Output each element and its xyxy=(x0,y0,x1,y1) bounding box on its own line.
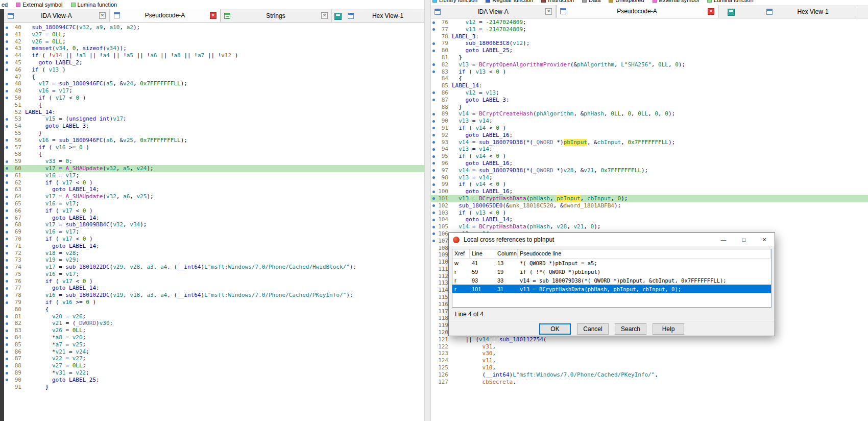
code-line[interactable]: 74 v17 = sub_1801022DC(v29, v28, a3, a4,… xyxy=(4,264,424,271)
code-line[interactable]: 123 v30, xyxy=(431,350,868,357)
code-line[interactable]: 101 v13 = BCryptHashData(phHash, pbInput… xyxy=(431,195,868,202)
code-line[interactable]: 54 goto LABEL_3; xyxy=(4,123,424,130)
code-line[interactable]: 103 if ( v13 < 0 ) xyxy=(431,209,868,217)
code-line[interactable]: 87 v22 = v27; xyxy=(4,355,424,362)
code-line[interactable]: 76 v12 = -2147024809; xyxy=(431,19,868,26)
tab-close-icon[interactable]: ✕ xyxy=(99,12,106,19)
code-line[interactable]: 88 v27 = 0LL; xyxy=(4,362,424,369)
tab-strings[interactable]: Strings✕ xyxy=(221,9,332,22)
code-line[interactable]: 70 if ( v17 < 0 ) xyxy=(4,236,424,243)
code-line[interactable]: 82 v13 = BCryptOpenAlgorithmProvider(&ph… xyxy=(431,61,868,68)
xref-table[interactable]: XrefLineColumnPseudocode linew4113*(_QWO… xyxy=(452,249,771,308)
code-line[interactable]: 90 v13 = v14; xyxy=(431,118,868,125)
code-line[interactable]: 94 v13 = v14; xyxy=(431,146,868,153)
code-line[interactable]: 85 *a7 = v25; xyxy=(4,341,424,348)
close-button[interactable]: ✕ xyxy=(754,233,775,246)
code-line[interactable]: 88 } xyxy=(431,104,868,111)
tab-close-icon[interactable]: ✕ xyxy=(708,8,714,15)
code-line[interactable]: 91 } xyxy=(4,384,424,391)
code-line[interactable]: 57 if ( v16 >= 0 ) xyxy=(4,144,424,151)
code-line[interactable]: 86 v12 = v13; xyxy=(431,89,868,97)
code-line[interactable]: 126 (__int64)L"msft:Windows/7.0/Phone/Ca… xyxy=(431,371,868,379)
code-line[interactable]: 40 sub_180094C7C(v32, a9, a10, a2); xyxy=(4,24,424,31)
code-line[interactable]: 124 v11, xyxy=(431,357,868,364)
code-line[interactable]: 80 goto LABEL_25; xyxy=(431,47,868,54)
code-line[interactable]: 98 v13 = v14; xyxy=(431,174,868,181)
column-header-line[interactable]: Line xyxy=(470,249,495,258)
code-line[interactable]: 81 v20 = v26; xyxy=(4,313,424,320)
minimize-button[interactable]: — xyxy=(713,233,734,246)
code-line[interactable]: 125 v10, xyxy=(431,364,868,371)
code-line[interactable]: 89 *v31 = v22; xyxy=(4,369,424,377)
code-line[interactable]: 53 v15 = (unsigned int)v17; xyxy=(4,115,424,123)
code-line[interactable]: 71 goto LABEL_14; xyxy=(4,243,424,250)
code-line[interactable]: 96 goto LABEL_16; xyxy=(431,160,868,167)
tab-pseudocode-a[interactable]: Pseudocode-A✕ xyxy=(110,9,221,22)
code-line[interactable]: 43 memset(v34, 0, sizeof(v34)); xyxy=(4,45,424,52)
xref-row[interactable]: r9333v14 = sub_180079D38(*(_QWORD *)pbIn… xyxy=(452,276,771,285)
code-line[interactable]: 67 goto LABEL_14; xyxy=(4,215,424,222)
code-line[interactable]: 80 { xyxy=(4,306,424,313)
code-line[interactable]: 42 v26 = 0LL; xyxy=(4,38,424,45)
xref-row[interactable]: w4113*(_QWORD *)pbInput = a5; xyxy=(452,259,771,267)
code-line[interactable]: 78LABEL_3: xyxy=(431,33,868,40)
code-line[interactable]: 89 v14 = BCryptCreateHash(phAlgorithm, &… xyxy=(431,110,868,118)
xref-row[interactable]: r10131v13 = BCryptHashData(phHash, pbInp… xyxy=(452,285,771,293)
code-line[interactable]: 58 { xyxy=(4,151,424,158)
code-line[interactable]: 77 v13 = -2147024809; xyxy=(431,26,868,33)
code-line[interactable]: 65 v16 = v17; xyxy=(4,200,424,207)
code-line[interactable]: 47 { xyxy=(4,74,424,81)
code-line[interactable]: 121 || (v14 = sub_180112754( xyxy=(431,336,868,343)
pane-icon[interactable] xyxy=(728,9,735,16)
code-line[interactable]: 73 v19 = v29; xyxy=(4,256,424,264)
tab-hex-view-1[interactable]: Hex View-1 xyxy=(344,9,424,22)
code-line[interactable]: 75 v16 = v17; xyxy=(4,271,424,278)
help-button[interactable]: Help xyxy=(653,323,684,335)
code-line[interactable]: 66 if ( v17 < 0 ) xyxy=(4,207,424,215)
xref-row[interactable]: r5919if ( !*(_QWORD *)pbInput) xyxy=(452,267,771,276)
code-line[interactable]: 91 if ( v14 < 0 ) xyxy=(431,125,868,132)
code-line[interactable]: 48 v17 = sub_1800946FC(a5, &v24, 0x7FFFF… xyxy=(4,80,424,87)
code-line[interactable]: 81 } xyxy=(431,54,868,61)
left-pseudocode-view[interactable]: 40 sub_180094C7C(v32, a9, a10, a2);41 v2… xyxy=(4,22,424,393)
code-line[interactable]: 59 v33 = 0; xyxy=(4,158,424,165)
code-line[interactable]: 46 if ( v13 ) xyxy=(4,66,424,74)
code-line[interactable]: 50 if ( v17 < 0 ) xyxy=(4,95,424,102)
tab-ida-view-a[interactable]: IDA View-A✕ xyxy=(431,5,556,18)
ok-button[interactable]: OK xyxy=(539,323,571,335)
code-line[interactable]: 86 *v21 = v24; xyxy=(4,348,424,356)
code-line[interactable]: 68 v17 = sub_18009BB4C(v32, v34); xyxy=(4,221,424,228)
tab-close-icon[interactable]: ✕ xyxy=(545,8,552,15)
code-line[interactable]: 61 v16 = v17; xyxy=(4,172,424,179)
code-line[interactable]: 72 v18 = v28; xyxy=(4,250,424,257)
code-line[interactable]: 90 goto LABEL_25; xyxy=(4,377,424,384)
code-line[interactable]: 84 { xyxy=(431,75,868,82)
code-line[interactable]: 95 if ( v14 < 0 ) xyxy=(431,153,868,160)
tab-ida-view-a[interactable]: IDA View-A✕ xyxy=(4,9,110,22)
column-header-pseudocode-line[interactable]: Pseudocode line xyxy=(518,249,771,258)
code-line[interactable]: 79 sub_18006E3C8(v12); xyxy=(431,40,868,47)
code-line[interactable]: 69 v16 = v17; xyxy=(4,228,424,236)
code-line[interactable]: 79 if ( v16 >= 0 ) xyxy=(4,299,424,306)
code-line[interactable]: 122 v31, xyxy=(431,343,868,350)
code-line[interactable]: 41 v27 = 0LL; xyxy=(4,31,424,38)
code-line[interactable]: 99 if ( v14 < 0 ) xyxy=(431,181,868,188)
code-line[interactable]: 49 v16 = v17; xyxy=(4,87,424,95)
maximize-button[interactable]: □ xyxy=(734,233,754,246)
pane-icon[interactable] xyxy=(334,13,342,20)
search-button[interactable]: Search xyxy=(615,323,646,335)
window-splitter[interactable] xyxy=(424,0,431,421)
tab-pseudocode-a[interactable]: Pseudocode-A✕ xyxy=(556,5,718,18)
code-line[interactable]: 84 *a8 = v20; xyxy=(4,334,424,341)
code-line[interactable]: 51 { xyxy=(4,102,424,109)
code-line[interactable]: 77 goto LABEL_14; xyxy=(4,285,424,292)
column-header-column[interactable]: Column xyxy=(495,249,518,258)
code-line[interactable]: 83 if ( v13 < 0 ) xyxy=(431,68,868,76)
code-line[interactable]: 56 v16 = sub_1800946FC(a6, &v25, 0x7FFFF… xyxy=(4,137,424,144)
code-line[interactable]: 55 } xyxy=(4,130,424,137)
code-line[interactable]: 102 sub_180065DE0(&unk_18018C520, &dword… xyxy=(431,202,868,209)
cancel-button[interactable]: Cancel xyxy=(577,323,609,335)
code-line[interactable]: 97 v14 = sub_180079D38(*(_QWORD *)v28, &… xyxy=(431,167,868,174)
code-line[interactable]: 52LABEL_14: xyxy=(4,109,424,116)
code-line[interactable]: 100 goto LABEL_16; xyxy=(431,188,868,195)
